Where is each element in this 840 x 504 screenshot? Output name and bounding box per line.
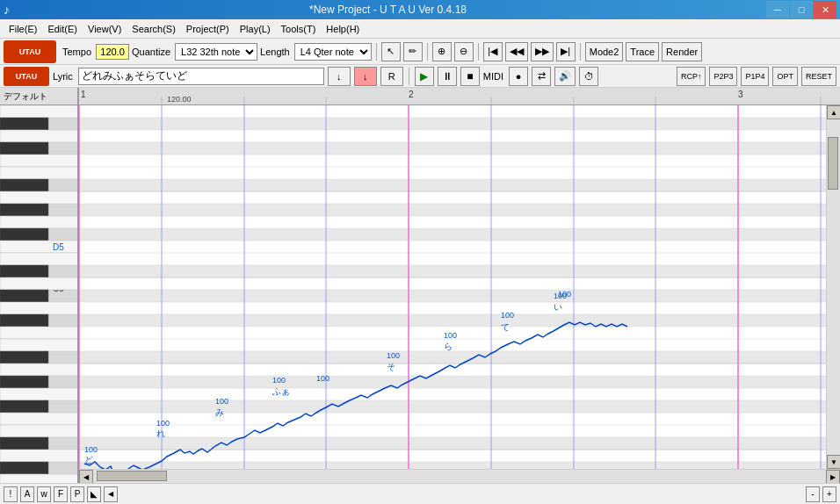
f-button[interactable]: F: [54, 486, 68, 502]
svg-rect-5: [0, 167, 77, 179]
play-button[interactable]: ▶: [415, 67, 434, 86]
svg-text:D5: D5: [53, 242, 64, 252]
scroll-track-v[interactable]: [827, 119, 840, 455]
svg-rect-18: [0, 302, 77, 314]
quantize-select[interactable]: L32 32th note: [175, 43, 257, 61]
menu-file[interactable]: File(E): [4, 22, 42, 36]
exclaim-button[interactable]: !: [4, 486, 18, 502]
right-btn1[interactable]: RCP↑: [677, 67, 706, 86]
left-btn[interactable]: ◀: [104, 486, 118, 502]
svg-rect-14: [0, 265, 48, 277]
svg-rect-16: [0, 277, 77, 290]
skip-end-button[interactable]: ▶|: [556, 42, 576, 61]
lyric-down-button[interactable]: ↓: [328, 67, 351, 86]
minimize-button[interactable]: ─: [766, 1, 789, 18]
right-btn5[interactable]: RESET: [801, 67, 836, 86]
zoom-minus-h[interactable]: -: [806, 486, 820, 502]
separator-3: [478, 43, 479, 61]
lyric-special-button[interactable]: ↓: [354, 67, 377, 86]
menu-help[interactable]: Help(H): [321, 22, 365, 36]
w-button[interactable]: w: [37, 486, 51, 502]
zoom-in-button[interactable]: ⊕: [432, 42, 452, 61]
note-char-2: れ: [156, 428, 165, 438]
menu-project[interactable]: Project(P): [181, 22, 235, 36]
right-btn4[interactable]: OPT: [772, 67, 798, 86]
note-label-4: 100: [272, 376, 286, 385]
note-char-8: て: [501, 322, 510, 332]
separator-4: [580, 43, 581, 61]
vscrollbar[interactable]: ▲ ▼: [826, 105, 840, 469]
grid-scroll-area: 100 ど 100 れ 100 み 100 ふぁ: [79, 105, 840, 469]
scroll-down-button[interactable]: ▼: [827, 455, 840, 469]
ruler: 1 120.00 2 3: [79, 88, 840, 105]
corner-btn[interactable]: ◣: [87, 486, 101, 502]
scroll-thumb-h[interactable]: [97, 471, 167, 481]
svg-rect-20: [0, 327, 77, 339]
stop-button[interactable]: ■: [460, 67, 480, 86]
note-char-9: い: [554, 302, 562, 312]
svg-rect-13: [0, 253, 77, 265]
skip-start-button[interactable]: |◀: [483, 42, 503, 61]
scroll-up-button[interactable]: ▲: [827, 105, 840, 119]
note-label-5: 100: [316, 374, 329, 383]
note-char-7: ら: [444, 342, 453, 351]
scroll-track-h[interactable]: [93, 470, 826, 483]
separator-5: [409, 68, 409, 85]
scroll-right-button[interactable]: ▶: [826, 470, 840, 483]
svg-rect-11: [0, 241, 77, 253]
editor-row: デフォルト: [0, 88, 840, 483]
menu-view[interactable]: View(V): [83, 22, 127, 36]
trace-button[interactable]: Trace: [626, 42, 659, 61]
scroll-thumb-v[interactable]: [828, 137, 838, 190]
svg-rect-4: [0, 155, 77, 167]
menu-tools[interactable]: Tools(T): [276, 22, 322, 36]
pen-tool-button[interactable]: ✏: [403, 42, 423, 61]
maximize-button[interactable]: □: [790, 1, 813, 18]
length-select[interactable]: L4 Qter note: [294, 43, 372, 61]
midi-btn2[interactable]: ⇄: [532, 67, 551, 86]
right-panel: 1 120.00 2 3: [79, 88, 840, 483]
svg-rect-31: [0, 450, 77, 462]
svg-rect-32: [0, 462, 48, 474]
tempo-value[interactable]: 120.0: [96, 44, 129, 60]
svg-rect-0: [0, 105, 77, 118]
right-btn2[interactable]: P2P3: [709, 67, 737, 86]
midi-button[interactable]: ●: [509, 67, 528, 86]
svg-rect-29: [0, 425, 77, 437]
main-content: デフォルト: [0, 88, 840, 504]
svg-rect-26: [0, 400, 48, 413]
svg-rect-19: [0, 314, 48, 327]
scroll-left-button[interactable]: ◀: [79, 470, 93, 483]
svg-rect-2: [0, 130, 77, 142]
a-button[interactable]: A: [20, 486, 34, 502]
zoom-out-button[interactable]: ⊖: [454, 42, 474, 61]
render-button[interactable]: Render: [662, 42, 702, 61]
piano-keys: D5 C5: [0, 105, 77, 483]
tempo-label: Tempo: [62, 47, 91, 57]
p-button[interactable]: P: [70, 486, 84, 502]
menu-edit[interactable]: Edit(E): [42, 22, 83, 36]
menubar: File(E) Edit(E) View(V) Search(S) Projec…: [0, 19, 840, 39]
midi-btn4[interactable]: ⏱: [579, 67, 598, 86]
hscrollbar[interactable]: ◀ ▶: [79, 469, 840, 483]
next-button[interactable]: ▶▶: [531, 42, 554, 61]
close-button[interactable]: ✕: [814, 1, 836, 18]
piano-svg: D5 C5: [0, 105, 77, 483]
svg-rect-22: [0, 351, 48, 364]
note-label-3: 100: [215, 397, 228, 406]
midi-btn3[interactable]: 🔊: [554, 67, 576, 86]
note-label-1: 100: [84, 445, 98, 454]
note-char-4: ふぁ: [272, 386, 290, 396]
lyric-r-button[interactable]: R: [380, 67, 403, 86]
menu-play[interactable]: Play(L): [235, 22, 276, 36]
grid-container[interactable]: 100 ど 100 れ 100 み 100 ふぁ: [79, 105, 826, 469]
mode2-button[interactable]: Mode2: [585, 42, 624, 61]
right-btn3[interactable]: P1P4: [741, 67, 769, 86]
zoom-plus-h[interactable]: +: [822, 486, 836, 502]
pause-button[interactable]: ⏸: [438, 67, 457, 86]
select-tool-button[interactable]: ↖: [381, 42, 401, 61]
menu-search[interactable]: Search(S): [127, 22, 181, 36]
svg-rect-24: [0, 376, 48, 388]
lyric-input[interactable]: [78, 68, 324, 85]
prev-button[interactable]: ◀◀: [505, 42, 528, 61]
